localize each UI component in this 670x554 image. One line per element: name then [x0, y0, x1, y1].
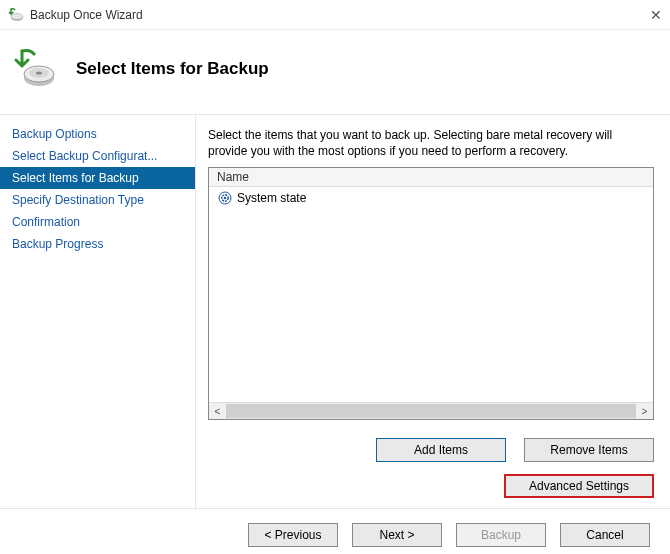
- scroll-left-icon[interactable]: <: [209, 403, 226, 420]
- close-icon[interactable]: ✕: [622, 7, 662, 23]
- wizard-footer: < Previous Next > Backup Cancel: [0, 509, 670, 554]
- list-item-label: System state: [237, 191, 306, 205]
- items-listbox[interactable]: Name System state < >: [208, 167, 654, 420]
- sidebar-item-confirmation[interactable]: Confirmation: [0, 211, 195, 233]
- page-title: Select Items for Backup: [76, 59, 269, 79]
- system-state-icon: [217, 190, 233, 206]
- instructions-text: Select the items that you want to back u…: [208, 127, 654, 159]
- wizard-steps-sidebar: Backup Options Select Backup Configurat.…: [0, 115, 195, 508]
- window-title: Backup Once Wizard: [30, 8, 622, 22]
- svg-point-5: [36, 72, 42, 75]
- backup-button: Backup: [456, 523, 546, 547]
- wizard-header-icon: [14, 48, 56, 90]
- sidebar-item-backup-progress[interactable]: Backup Progress: [0, 233, 195, 255]
- scroll-thumb[interactable]: [226, 404, 636, 418]
- next-button[interactable]: Next >: [352, 523, 442, 547]
- svg-point-1: [11, 13, 23, 19]
- advanced-settings-button[interactable]: Advanced Settings: [504, 474, 654, 498]
- horizontal-scrollbar[interactable]: < >: [209, 402, 653, 419]
- scroll-track[interactable]: [226, 403, 636, 419]
- svg-point-8: [224, 197, 226, 199]
- main-panel: Select the items that you want to back u…: [195, 115, 670, 508]
- remove-items-button[interactable]: Remove Items: [524, 438, 654, 462]
- list-column-header[interactable]: Name: [209, 168, 653, 187]
- add-items-button[interactable]: Add Items: [376, 438, 506, 462]
- sidebar-item-select-items[interactable]: Select Items for Backup: [0, 167, 195, 189]
- app-icon: [8, 7, 24, 23]
- previous-button[interactable]: < Previous: [248, 523, 338, 547]
- sidebar-item-select-backup-config[interactable]: Select Backup Configurat...: [0, 145, 195, 167]
- scroll-right-icon[interactable]: >: [636, 403, 653, 420]
- titlebar: Backup Once Wizard ✕: [0, 0, 670, 30]
- wizard-header: Select Items for Backup: [0, 30, 670, 114]
- sidebar-item-destination-type[interactable]: Specify Destination Type: [0, 189, 195, 211]
- cancel-button[interactable]: Cancel: [560, 523, 650, 547]
- list-item[interactable]: System state: [209, 189, 653, 207]
- list-body: System state: [209, 187, 653, 402]
- sidebar-item-backup-options[interactable]: Backup Options: [0, 123, 195, 145]
